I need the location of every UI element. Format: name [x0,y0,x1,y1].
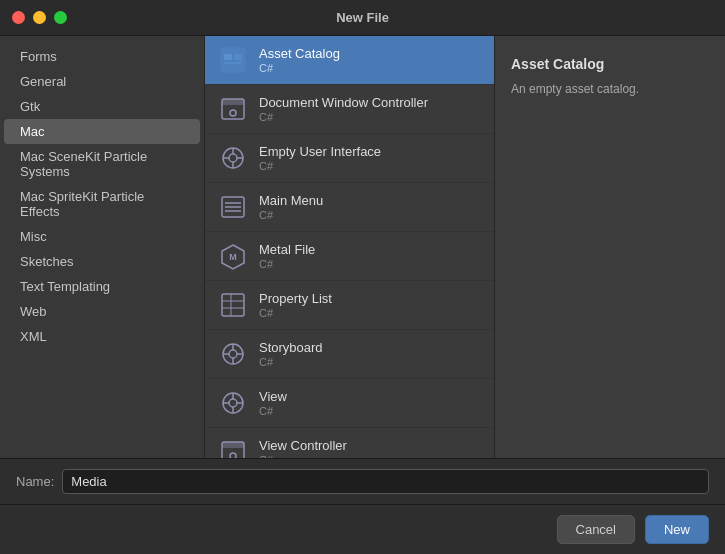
sidebar-item-mac[interactable]: Mac [4,119,200,144]
file-subtitle: C# [259,62,340,74]
detail-panel: Asset Catalog An empty asset catalog. [495,36,725,458]
file-info: Property List C# [259,291,332,319]
file-subtitle: C# [259,258,315,270]
list-item[interactable]: Empty User Interface C# [205,134,494,183]
sidebar-item-general[interactable]: General [4,69,200,94]
sidebar-item-misc[interactable]: Misc [4,224,200,249]
file-list: Asset Catalog C# Document Window Control… [205,36,495,458]
sidebar-item-forms[interactable]: Forms [4,44,200,69]
sidebar-item-mac-scenekit[interactable]: Mac SceneKit Particle Systems [4,144,200,184]
sidebar-item-text-templating[interactable]: Text Templating [4,274,200,299]
doc-window-icon [217,93,249,125]
sidebar: Forms General Gtk Mac Mac SceneKit Parti… [0,36,205,458]
svg-rect-36 [222,442,244,448]
view-icon [217,387,249,419]
file-subtitle: C# [259,111,428,123]
svg-rect-5 [222,99,244,105]
close-button[interactable] [12,11,25,24]
svg-rect-2 [234,54,242,60]
file-subtitle: C# [259,405,287,417]
file-title: View [259,389,287,404]
file-title: Storyboard [259,340,323,355]
file-title: Document Window Controller [259,95,428,110]
file-info: View C# [259,389,287,417]
cancel-button[interactable]: Cancel [557,515,635,544]
sidebar-item-web[interactable]: Web [4,299,200,324]
metal-file-icon: M [217,240,249,272]
file-info: Document Window Controller C# [259,95,428,123]
svg-rect-19 [222,294,244,316]
svg-text:M: M [229,252,237,262]
view-controller-icon [217,436,249,458]
svg-point-24 [229,350,237,358]
svg-point-8 [229,154,237,162]
detail-title: Asset Catalog [511,56,709,72]
svg-rect-3 [224,62,242,64]
name-label: Name: [16,474,54,489]
detail-description: An empty asset catalog. [511,80,709,98]
list-item[interactable]: View Controller C# [205,428,494,458]
list-item[interactable]: Asset Catalog C# [205,36,494,85]
new-button[interactable]: New [645,515,709,544]
svg-point-6 [230,110,236,116]
file-info: Empty User Interface C# [259,144,381,172]
file-subtitle: C# [259,209,323,221]
list-item[interactable]: View C# [205,379,494,428]
file-subtitle: C# [259,356,323,368]
svg-point-30 [229,399,237,407]
file-info: Storyboard C# [259,340,323,368]
file-title: Main Menu [259,193,323,208]
asset-catalog-icon [217,44,249,76]
file-title: Metal File [259,242,315,257]
svg-rect-0 [221,48,245,72]
file-subtitle: C# [259,160,381,172]
name-bar: Name: [0,458,725,504]
titlebar-buttons [12,11,67,24]
sidebar-item-gtk[interactable]: Gtk [4,94,200,119]
sidebar-item-sketches[interactable]: Sketches [4,249,200,274]
button-row: Cancel New [0,504,725,554]
sidebar-item-mac-spritekit[interactable]: Mac SpriteKit Particle Effects [4,184,200,224]
maximize-button[interactable] [54,11,67,24]
list-item[interactable]: Document Window Controller C# [205,85,494,134]
main-content: Forms General Gtk Mac Mac SceneKit Parti… [0,36,725,458]
file-info: Metal File C# [259,242,315,270]
sidebar-item-xml[interactable]: XML [4,324,200,349]
file-info: Main Menu C# [259,193,323,221]
file-info: Asset Catalog C# [259,46,340,74]
name-input[interactable] [62,469,709,494]
file-title: Empty User Interface [259,144,381,159]
list-item[interactable]: M Metal File C# [205,232,494,281]
titlebar: New File [0,0,725,36]
window-title: New File [336,10,389,25]
main-menu-icon [217,191,249,223]
storyboard-icon [217,338,249,370]
list-item[interactable]: Storyboard C# [205,330,494,379]
file-subtitle: C# [259,307,332,319]
minimize-button[interactable] [33,11,46,24]
list-item[interactable]: Main Menu C# [205,183,494,232]
list-item[interactable]: Property List C# [205,281,494,330]
empty-ui-icon [217,142,249,174]
file-title: View Controller [259,438,347,453]
property-list-icon [217,289,249,321]
svg-rect-1 [224,54,232,60]
file-info: View Controller C# [259,438,347,458]
file-title: Property List [259,291,332,306]
file-title: Asset Catalog [259,46,340,61]
